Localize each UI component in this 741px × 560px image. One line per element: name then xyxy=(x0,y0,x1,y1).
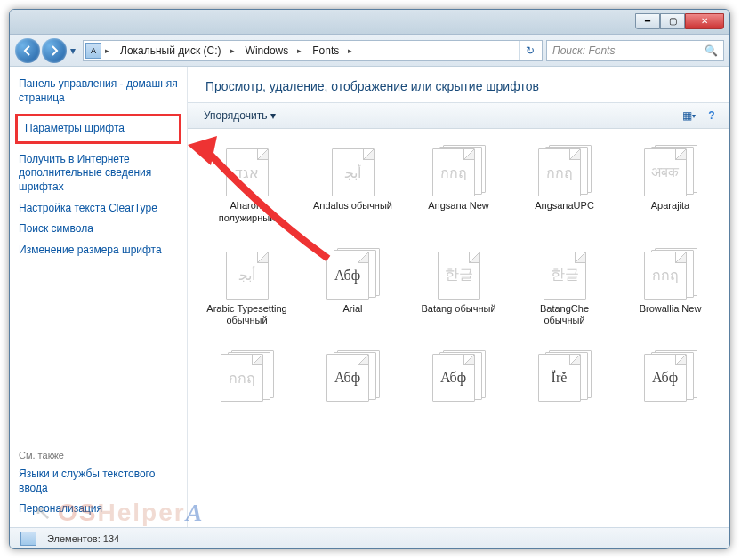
chevron-down-icon: ▾ xyxy=(270,109,276,122)
font-item[interactable]: กกฤBrowallia New xyxy=(624,244,717,332)
font-item[interactable]: أﺑﺠAndalus обычный xyxy=(306,141,399,228)
minimize-button[interactable]: ━ xyxy=(635,13,660,29)
maximize-button[interactable]: ▢ xyxy=(660,13,685,29)
font-label: Batang обычный xyxy=(421,303,495,316)
status-elements: Элементов: 134 xyxy=(47,533,119,544)
font-item[interactable]: Абф xyxy=(624,347,717,409)
window-frame: ━ ▢ ✕ ▾ A ▸ Локальный диск (C:) ▸ Window… xyxy=(9,9,730,549)
toolbar: Упорядочить ▾ ▦▾ ? xyxy=(188,102,729,129)
search-icon[interactable]: 🔍 xyxy=(705,44,718,57)
sidebar-font-settings-link[interactable]: Параметры шрифта xyxy=(15,114,181,144)
font-thumbnail-icon: กกฤ xyxy=(432,145,486,196)
refresh-button[interactable]: ↻ xyxy=(519,41,540,60)
body-area: Панель управления - домашняя страница Па… xyxy=(10,67,729,527)
font-item[interactable]: אגדAharoni полужирный xyxy=(200,141,294,228)
arrow-right-icon xyxy=(49,45,60,56)
search-input[interactable]: Поиск: Fonts 🔍 xyxy=(546,40,724,61)
items-area[interactable]: אגדAharoni полужирныйأﺑﺠAndalus обычныйก… xyxy=(188,129,729,527)
font-label: Aparajita xyxy=(651,200,689,212)
font-item[interactable]: Абф xyxy=(306,347,399,409)
breadcrumb-arrow[interactable]: ▸ xyxy=(344,46,356,55)
font-thumbnail-icon: Абф xyxy=(326,248,380,300)
font-label: Andalus обычный xyxy=(313,200,392,212)
font-thumbnail-icon: Ïrě xyxy=(538,350,592,402)
titlebar: ━ ▢ ✕ xyxy=(10,10,729,35)
font-label: Browallia New xyxy=(640,303,702,316)
font-item[interactable]: Ïrě xyxy=(518,347,611,409)
close-button[interactable]: ✕ xyxy=(685,13,724,29)
sidebar-find-symbol-link[interactable]: Поиск символа xyxy=(19,222,178,236)
toolbar-right: ▦▾ ? xyxy=(680,108,721,124)
font-item[interactable]: Абф xyxy=(412,347,505,409)
arrow-left-icon xyxy=(22,45,33,56)
font-thumbnail-icon: Абф xyxy=(326,350,380,402)
font-label: Angsana New xyxy=(428,200,489,212)
font-thumbnail-icon: กกฤ xyxy=(538,145,592,196)
font-item[interactable]: กกฤAngsanaUPC xyxy=(518,141,611,228)
breadcrumb[interactable]: A ▸ Локальный диск (C:) ▸ Windows ▸ Font… xyxy=(83,40,543,61)
sidebar: Панель управления - домашняя страница Па… xyxy=(10,67,188,527)
breadcrumb-seg-windows[interactable]: Windows xyxy=(238,41,294,60)
page-title: Просмотр, удаление, отображение или скры… xyxy=(188,67,729,102)
font-thumbnail-icon: 한글 xyxy=(432,248,486,300)
font-thumbnail-icon: กกฤ xyxy=(221,350,274,402)
font-item[interactable]: 한글Batang обычный xyxy=(412,244,505,332)
font-item[interactable]: АбфArial xyxy=(306,244,399,332)
sidebar-personalization-link[interactable]: Персонализация xyxy=(19,502,178,516)
font-item[interactable]: अबकAparajita xyxy=(624,141,717,228)
nav-history-dropdown[interactable]: ▾ xyxy=(67,42,79,60)
font-thumbnail-icon: กกฤ xyxy=(644,248,697,300)
forward-button[interactable] xyxy=(42,38,67,63)
breadcrumb-arrow[interactable]: ▸ xyxy=(227,46,238,55)
back-button[interactable] xyxy=(15,38,40,63)
sidebar-home-link[interactable]: Панель управления - домашняя страница xyxy=(19,77,178,105)
search-placeholder: Поиск: Fonts xyxy=(552,44,615,57)
window-controls: ━ ▢ ✕ xyxy=(635,13,724,31)
font-thumbnail-icon: Абф xyxy=(644,350,697,402)
breadcrumb-arrow[interactable]: ▸ xyxy=(294,46,305,55)
breadcrumb-seg-drive[interactable]: Локальный диск (C:) xyxy=(113,41,227,60)
view-options-button[interactable]: ▦▾ xyxy=(680,108,697,124)
organize-button[interactable]: Упорядочить ▾ xyxy=(197,107,283,124)
font-label: BatangChe обычный xyxy=(521,303,608,328)
help-button[interactable]: ? xyxy=(703,108,721,124)
address-bar: ▾ A ▸ Локальный диск (C:) ▸ Windows ▸ Fo… xyxy=(10,35,729,67)
font-item[interactable]: กกฤAngsana New xyxy=(412,141,505,228)
status-folder-icon xyxy=(20,532,36,546)
font-thumbnail-icon: أﺑﺠ xyxy=(326,145,380,196)
font-grid: אגדAharoni полужирныйأﺑﺠAndalus обычныйก… xyxy=(197,141,721,409)
font-thumbnail-icon: أﺑﺠ xyxy=(221,248,274,300)
font-item[interactable]: 한글BatangChe обычный xyxy=(518,244,611,332)
font-label: Arabic Typesetting обычный xyxy=(204,303,290,328)
font-label: Aharoni полужирный xyxy=(204,200,290,225)
sidebar-resize-link[interactable]: Изменение размера шрифта xyxy=(19,244,178,258)
font-label: Arial xyxy=(342,303,362,316)
nav-buttons: ▾ xyxy=(15,38,79,63)
sidebar-online-info-link[interactable]: Получить в Интернете дополнительные свед… xyxy=(19,153,178,195)
font-thumbnail-icon: Абф xyxy=(432,350,486,402)
font-thumbnail-icon: 한글 xyxy=(538,248,592,300)
fonts-folder-icon: A xyxy=(85,43,101,59)
status-bar: Элементов: 134 xyxy=(10,527,729,548)
font-item[interactable]: أﺑﺠArabic Typesetting обычный xyxy=(200,244,294,332)
font-label: AngsanaUPC xyxy=(535,200,594,212)
sidebar-lang-services-link[interactable]: Языки и службы текстового ввода xyxy=(19,468,178,495)
font-item[interactable]: กกฤ xyxy=(200,347,294,409)
main-pane: Просмотр, удаление, отображение или скры… xyxy=(188,67,729,527)
font-thumbnail-icon: अबक xyxy=(644,145,697,196)
font-thumbnail-icon: אגד xyxy=(221,145,274,196)
breadcrumb-arrow[interactable]: ▸ xyxy=(101,46,113,55)
sidebar-cleartype-link[interactable]: Настройка текста ClearType xyxy=(19,202,178,216)
see-also-label: См. также xyxy=(19,450,178,460)
breadcrumb-seg-fonts[interactable]: Fonts xyxy=(305,41,344,60)
